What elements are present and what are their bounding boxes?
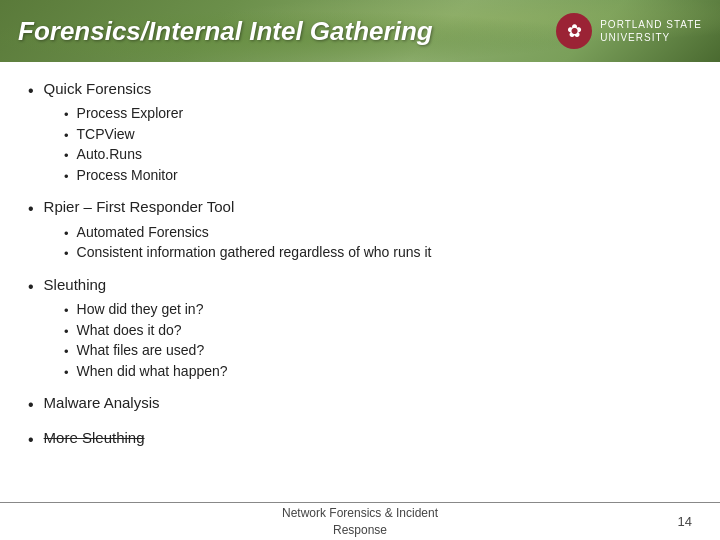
sub-dot: • — [64, 363, 69, 383]
more-sleuthing-label: More Sleuthing — [44, 429, 145, 446]
list-item: • Process Monitor — [64, 167, 692, 187]
sub-item-label: Consistent information gathered regardle… — [77, 244, 432, 260]
list-item: • Automated Forensics — [64, 224, 692, 244]
section-rpier: • Rpier – First Responder Tool • Automat… — [28, 198, 692, 263]
logo-icon: ✿ — [556, 13, 592, 49]
bullet-dot: • — [28, 198, 34, 220]
footer-line2: Response — [333, 523, 387, 537]
list-item: • What files are used? — [64, 342, 692, 362]
sub-dot: • — [64, 301, 69, 321]
sub-item-label: Process Explorer — [77, 105, 184, 121]
sub-dot: • — [64, 105, 69, 125]
footer-text: Network Forensics & Incident Response — [282, 505, 438, 539]
list-item: • Process Explorer — [64, 105, 692, 125]
main-bullet-sleuthing: • Sleuthing — [28, 276, 692, 298]
sub-dot: • — [64, 342, 69, 362]
quick-forensics-subitems: • Process Explorer • TCPView • Auto.Runs… — [64, 105, 692, 186]
sub-item-label: When did what happen? — [77, 363, 228, 379]
rpier-label: Rpier – First Responder Tool — [44, 198, 235, 215]
slide-content: • Quick Forensics • Process Explorer • T… — [0, 62, 720, 473]
sub-dot: • — [64, 224, 69, 244]
list-item: • How did they get in? — [64, 301, 692, 321]
list-item: • TCPView — [64, 126, 692, 146]
sub-item-label: Auto.Runs — [77, 146, 142, 162]
logo-text: Portland State UNIVERSITY — [600, 18, 702, 44]
section-malware: • Malware Analysis — [28, 394, 692, 416]
rpier-subitems: • Automated Forensics • Consistent infor… — [64, 224, 692, 264]
sub-item-label: How did they get in? — [77, 301, 204, 317]
main-bullet-rpier: • Rpier – First Responder Tool — [28, 198, 692, 220]
logo-name: Portland State — [600, 18, 702, 31]
quick-forensics-label: Quick Forensics — [44, 80, 152, 97]
main-bullet-malware: • Malware Analysis — [28, 394, 692, 416]
sub-dot: • — [64, 244, 69, 264]
slide-header: Forensics/Internal Intel Gathering ✿ Por… — [0, 0, 720, 62]
university-logo: ✿ Portland State UNIVERSITY — [556, 13, 702, 49]
sub-item-label: What files are used? — [77, 342, 205, 358]
section-quick-forensics: • Quick Forensics • Process Explorer • T… — [28, 80, 692, 186]
list-item: • When did what happen? — [64, 363, 692, 383]
malware-label: Malware Analysis — [44, 394, 160, 411]
list-item: • What does it do? — [64, 322, 692, 342]
logo-subtitle: UNIVERSITY — [600, 31, 702, 44]
main-bullet-quick-forensics: • Quick Forensics — [28, 80, 692, 102]
sub-item-label: Process Monitor — [77, 167, 178, 183]
sub-dot: • — [64, 322, 69, 342]
slide-footer: Network Forensics & Incident Response 14 — [0, 502, 720, 540]
section-sleuthing: • Sleuthing • How did they get in? • Wha… — [28, 276, 692, 382]
slide-title: Forensics/Internal Intel Gathering — [18, 16, 433, 47]
bullet-dot: • — [28, 276, 34, 298]
sub-dot: • — [64, 126, 69, 146]
sub-item-label: TCPView — [77, 126, 135, 142]
sleuthing-label: Sleuthing — [44, 276, 107, 293]
sub-item-label: Automated Forensics — [77, 224, 209, 240]
bullet-dot: • — [28, 394, 34, 416]
main-bullet-more-sleuthing: • More Sleuthing — [28, 429, 692, 451]
footer-line1: Network Forensics & Incident — [282, 506, 438, 520]
section-more-sleuthing: • More Sleuthing — [28, 429, 692, 451]
list-item: • Consistent information gathered regard… — [64, 244, 692, 264]
page-number: 14 — [678, 514, 692, 529]
sub-dot: • — [64, 146, 69, 166]
sub-item-label: What does it do? — [77, 322, 182, 338]
bullet-dot: • — [28, 429, 34, 451]
sub-dot: • — [64, 167, 69, 187]
list-item: • Auto.Runs — [64, 146, 692, 166]
bullet-dot: • — [28, 80, 34, 102]
sleuthing-subitems: • How did they get in? • What does it do… — [64, 301, 692, 382]
